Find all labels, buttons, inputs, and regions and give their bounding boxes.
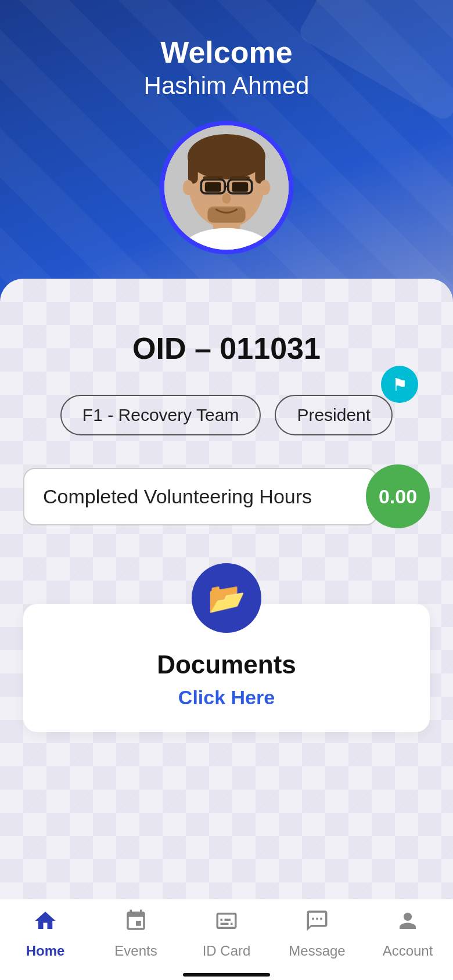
nav-home-label: Home — [26, 943, 65, 959]
flag-badge: ⚑ — [381, 366, 418, 403]
bottom-nav: Home Events ID Card Message — [0, 899, 453, 980]
svg-point-8 — [183, 180, 194, 195]
oid-display: OID – 011031 — [23, 331, 430, 366]
svg-point-9 — [260, 180, 271, 195]
documents-title: Documents — [157, 650, 296, 679]
nav-account-label: Account — [383, 943, 433, 959]
nav-home[interactable]: Home — [0, 909, 91, 959]
idcard-icon — [214, 909, 239, 938]
svg-rect-16 — [231, 176, 250, 179]
team-tag: F1 - Recovery Team — [60, 395, 261, 435]
hours-badge: 0.00 — [366, 464, 430, 528]
nav-idcard[interactable]: ID Card — [181, 909, 272, 959]
volunteering-label: Completed Volunteering Hours — [23, 468, 378, 525]
svg-point-5 — [188, 134, 265, 179]
account-icon — [396, 909, 420, 938]
nav-message[interactable]: Message — [272, 909, 362, 959]
bottom-indicator — [183, 973, 270, 977]
welcome-text: Welcome — [160, 35, 292, 70]
role-tag: President — [275, 395, 393, 435]
svg-point-17 — [222, 193, 231, 204]
nav-idcard-label: ID Card — [203, 943, 251, 959]
header-section: Welcome Hashim Ahmed — [0, 0, 453, 325]
avatar — [160, 121, 293, 254]
hours-value: 0.00 — [379, 485, 417, 508]
documents-link[interactable]: Click Here — [178, 686, 275, 709]
message-icon — [305, 909, 329, 938]
user-name: Hashim Ahmed — [144, 72, 310, 100]
svg-rect-10 — [205, 182, 221, 192]
nav-events[interactable]: Events — [91, 909, 181, 959]
svg-rect-6 — [188, 157, 198, 184]
main-content: ⚑ OID – 011031 F1 - Recovery Team Presid… — [0, 279, 453, 899]
events-icon — [124, 909, 148, 938]
home-icon — [33, 909, 57, 938]
nav-account[interactable]: Account — [362, 909, 453, 959]
svg-rect-7 — [255, 157, 265, 184]
flag-icon: ⚑ — [392, 374, 408, 395]
documents-section: 📂 Documents Click Here — [23, 563, 430, 732]
svg-rect-15 — [203, 176, 222, 179]
folder-emoji: 📂 — [208, 581, 246, 616]
folder-icon[interactable]: 📂 — [192, 563, 261, 633]
svg-rect-11 — [232, 182, 248, 192]
nav-events-label: Events — [114, 943, 157, 959]
svg-rect-19 — [207, 207, 245, 222]
volunteering-row: Completed Volunteering Hours 0.00 — [23, 464, 430, 528]
tags-row: F1 - Recovery Team President — [23, 395, 430, 435]
nav-message-label: Message — [289, 943, 345, 959]
